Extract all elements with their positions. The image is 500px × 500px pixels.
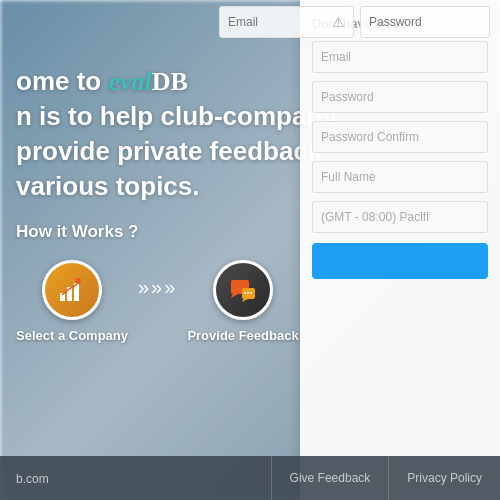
- signup-password-confirm-field[interactable]: [312, 121, 488, 153]
- svg-point-9: [247, 292, 249, 294]
- brand-db: DB: [152, 67, 188, 96]
- step2-icon: [213, 260, 273, 320]
- signup-email-input[interactable]: [312, 41, 488, 73]
- chart-icon: [57, 275, 87, 305]
- signup-email-field[interactable]: [312, 41, 488, 73]
- login-password-wrap[interactable]: [360, 6, 490, 38]
- step2-label: Provide Feedback: [187, 328, 298, 343]
- user-icon: ⚠: [332, 14, 345, 30]
- signup-password-field[interactable]: [312, 81, 488, 113]
- feedback-icon: [228, 275, 258, 305]
- tagline-line2: provide private feedback: [16, 136, 322, 166]
- signup-password-input[interactable]: [312, 81, 488, 113]
- login-bar: ⚠: [0, 0, 500, 44]
- svg-point-10: [250, 292, 252, 294]
- footer-domain: b.com: [16, 472, 49, 486]
- login-email-wrap[interactable]: ⚠: [219, 6, 354, 38]
- register-button[interactable]: [312, 243, 488, 279]
- signup-fullname-input[interactable]: [312, 161, 488, 193]
- signup-password-confirm-input[interactable]: [312, 121, 488, 153]
- footer-left: b.com: [0, 469, 271, 487]
- tagline-line3: various topics.: [16, 171, 200, 201]
- step1-icon: [42, 260, 102, 320]
- privacy-policy-link[interactable]: Privacy Policy: [388, 456, 500, 500]
- give-feedback-link[interactable]: Give Feedback: [271, 456, 389, 500]
- footer: b.com Give Feedback Privacy Policy: [0, 456, 500, 500]
- title-prefix: ome to: [16, 66, 108, 96]
- tagline-line1: n is to help club-company: [16, 101, 337, 131]
- step-select-company: Select a Company: [16, 260, 128, 343]
- footer-links: Give Feedback Privacy Policy: [271, 456, 500, 500]
- login-email-input[interactable]: [228, 15, 328, 29]
- brand-eval: eval: [108, 67, 151, 96]
- step1-label: Select a Company: [16, 328, 128, 343]
- signup-timezone-field[interactable]: [312, 201, 488, 233]
- signup-panel: Dont have an ac: [300, 0, 500, 500]
- signup-fullname-field[interactable]: [312, 161, 488, 193]
- svg-point-8: [244, 292, 246, 294]
- step-arrow: »»»: [128, 276, 187, 299]
- login-password-input[interactable]: [369, 15, 469, 29]
- signup-timezone-input[interactable]: [312, 201, 488, 233]
- step-provide-feedback: Provide Feedback: [187, 260, 298, 343]
